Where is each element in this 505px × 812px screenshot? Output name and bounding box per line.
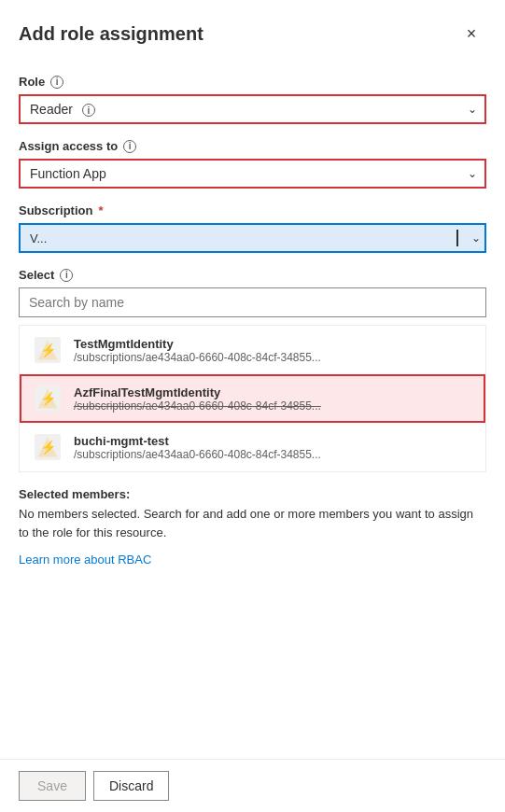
dialog-footer: Save Discard — [0, 759, 505, 812]
subscription-field-group: Subscription * V... ⌄ — [19, 203, 486, 253]
save-button[interactable]: Save — [19, 771, 86, 801]
item-icon-2: ⚡ — [33, 384, 63, 413]
identity-list: ⚡ TestMgmtIdentity /subscriptions/ae434a… — [19, 325, 486, 472]
subscription-chevron-icon: ⌄ — [471, 231, 481, 245]
selected-members-text: No members selected. Search for and add … — [19, 505, 486, 541]
list-item-name-3: buchi-mgmt-test — [74, 434, 472, 448]
assign-access-info-icon[interactable]: i — [123, 140, 136, 153]
list-item-sub-2: /subscriptions/ae434aa0-6660-408c-84cf-3… — [74, 399, 472, 413]
assign-access-dropdown[interactable]: Function App ⌄ — [19, 159, 486, 189]
list-item-text-1: TestMgmtIdentity /subscriptions/ae434aa0… — [74, 337, 472, 364]
assign-access-chevron-icon: ⌄ — [468, 167, 477, 180]
list-item-sub-3: /subscriptions/ae434aa0-6660-408c-84cf-3… — [74, 448, 472, 461]
role-dropdown-wrapper: Reader i ⌄ — [19, 94, 486, 124]
list-item-name-1: TestMgmtIdentity — [74, 337, 472, 351]
dialog-header: Add role assignment × — [0, 0, 505, 63]
role-dropdown[interactable]: Reader i ⌄ — [19, 94, 486, 124]
subscription-label-text: Subscription — [19, 203, 92, 217]
role-label-text: Role — [19, 75, 45, 89]
list-item[interactable]: ⚡ TestMgmtIdentity /subscriptions/ae434a… — [20, 326, 485, 374]
assign-access-label-text: Assign access to — [19, 139, 118, 153]
list-item-name-2: AzfFinalTestMgmtIdentity — [74, 385, 472, 399]
search-input[interactable] — [19, 287, 486, 317]
reader-info-icon[interactable]: i — [82, 104, 95, 117]
dialog-content: Role i Reader i ⌄ Assign access to i — [0, 63, 505, 759]
role-field-group: Role i Reader i ⌄ — [19, 75, 486, 124]
subscription-dropdown-wrapper: V... ⌄ — [19, 223, 486, 253]
selected-members-title: Selected members: — [19, 487, 486, 501]
add-role-assignment-dialog: Add role assignment × Role i Reader i ⌄ — [0, 0, 505, 812]
select-field-group: Select i — [19, 268, 486, 317]
subscription-label: Subscription * — [19, 203, 486, 217]
item-icon-3: ⚡ — [33, 432, 63, 462]
item-icon-1: ⚡ — [33, 335, 63, 365]
assign-access-value: Function App — [30, 166, 106, 181]
subscription-cursor — [456, 230, 458, 246]
role-chevron-icon: ⌄ — [468, 103, 477, 116]
role-info-icon[interactable]: i — [50, 76, 63, 89]
select-info-icon[interactable]: i — [60, 269, 73, 282]
discard-button[interactable]: Discard — [93, 771, 169, 801]
select-label-text: Select — [19, 268, 54, 282]
assign-access-label: Assign access to i — [19, 139, 486, 153]
assign-access-dropdown-wrapper: Function App ⌄ — [19, 159, 486, 189]
subscription-dropdown[interactable]: V... ⌄ — [19, 223, 486, 253]
select-label: Select i — [19, 268, 486, 282]
role-label: Role i — [19, 75, 486, 89]
list-item[interactable]: ⚡ buchi-mgmt-test /subscriptions/ae434aa… — [20, 423, 485, 471]
subscription-required-indicator: * — [98, 203, 103, 217]
svg-text:⚡: ⚡ — [40, 440, 57, 455]
learn-more-rbac-link[interactable]: Learn more about RBAC — [19, 553, 151, 567]
dialog-title: Add role assignment — [19, 23, 203, 45]
list-item-text-3: buchi-mgmt-test /subscriptions/ae434aa0-… — [74, 434, 472, 461]
svg-text:⚡: ⚡ — [40, 391, 57, 407]
close-button[interactable]: × — [456, 19, 486, 49]
list-item-text-2: AzfFinalTestMgmtIdentity /subscriptions/… — [74, 385, 472, 413]
list-item[interactable]: ⚡ AzfFinalTestMgmtIdentity /subscription… — [20, 374, 485, 423]
assign-access-field-group: Assign access to i Function App ⌄ — [19, 139, 486, 189]
svg-text:⚡: ⚡ — [40, 343, 57, 358]
subscription-value: V... — [30, 231, 451, 245]
role-dropdown-value: Reader i — [30, 102, 95, 118]
list-item-sub-1: /subscriptions/ae434aa0-6660-408c-84cf-3… — [74, 351, 472, 364]
selected-members-section: Selected members: No members selected. S… — [19, 487, 486, 541]
